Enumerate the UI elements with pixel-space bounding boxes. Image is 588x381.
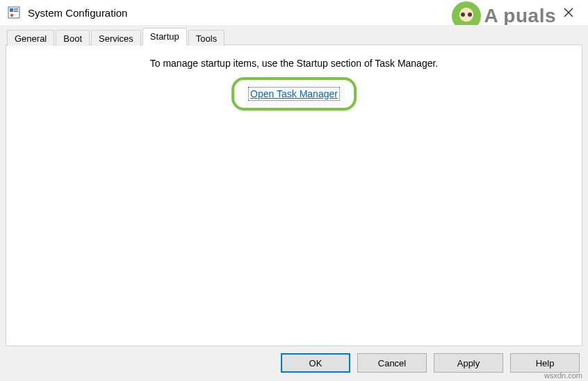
tab-strip: General Boot Services Startup Tools [6, 28, 582, 45]
tab-general[interactable]: General [7, 30, 54, 46]
close-icon [564, 8, 573, 17]
help-button[interactable]: Help [510, 353, 580, 373]
apply-button[interactable]: Apply [434, 353, 503, 373]
close-button[interactable] [553, 2, 584, 23]
svg-rect-2 [14, 8, 18, 10]
startup-panel: To manage startup items, use the Startup… [6, 44, 582, 346]
tab-tools[interactable]: Tools [188, 30, 224, 46]
client-area: General Boot Services Startup Tools To m… [0, 25, 588, 381]
tab-startup[interactable]: Startup [142, 28, 187, 45]
ok-button[interactable]: OK [281, 353, 350, 373]
open-task-manager-link[interactable]: Open Task Manager [248, 87, 340, 101]
svg-rect-1 [10, 8, 13, 12]
window-title: System Configuration [28, 7, 553, 19]
dialog-button-row: OK Cancel Apply Help [6, 346, 582, 375]
titlebar: System Configuration [0, 0, 588, 25]
tab-services[interactable]: Services [91, 30, 141, 46]
highlight-ring: Open Task Manager [231, 77, 357, 111]
app-icon [7, 6, 21, 19]
cancel-button[interactable]: Cancel [357, 353, 427, 373]
system-configuration-window: System Configuration A puals General Boo… [0, 0, 588, 381]
svg-point-4 [10, 14, 13, 17]
startup-instruction-text: To manage startup items, use the Startup… [6, 58, 582, 69]
tab-boot[interactable]: Boot [56, 30, 90, 46]
svg-rect-3 [14, 10, 18, 12]
